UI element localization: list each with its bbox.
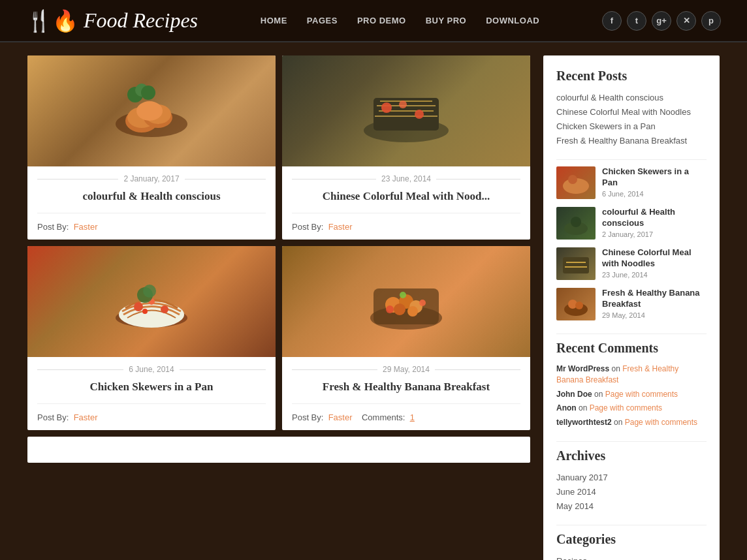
recent-post-title-1[interactable]: Chicken Skewers in a Pan xyxy=(602,166,707,189)
svg-rect-40 xyxy=(563,257,589,273)
post-card[interactable]: 2 January, 2017 colourful & Health consc… xyxy=(27,55,276,240)
comment-on-2: on xyxy=(594,390,605,399)
post-title-1[interactable]: colourful & Health conscious xyxy=(27,187,276,210)
recent-post-info-3: Chinese Colorful Meal with Noodles 23 Ju… xyxy=(602,247,707,279)
post-image-1 xyxy=(27,55,276,166)
recent-post-info-2: colourful & Health conscious 2 January, … xyxy=(602,207,707,238)
post-image-2 xyxy=(282,55,530,166)
pinterest-icon[interactable]: p xyxy=(701,11,721,31)
post-divider-3 xyxy=(37,403,266,404)
svg-point-31 xyxy=(394,303,405,315)
svg-point-16 xyxy=(415,110,424,119)
recent-posts-title: Recent Posts xyxy=(556,69,707,84)
main-nav: HOME PAGES PRO DEMO BUY PRO DOWNLOAD xyxy=(261,16,539,25)
author-link-3[interactable]: Faster xyxy=(74,412,98,422)
comment-author-3: Anon xyxy=(556,403,577,412)
svg-point-25 xyxy=(143,285,156,298)
svg-point-34 xyxy=(419,300,426,306)
nav-download[interactable]: DOWNLOAD xyxy=(486,16,539,25)
post-author-3: Post By: Faster xyxy=(27,407,276,430)
list-item: Chicken Skewers in a Pan xyxy=(556,120,707,132)
archive-link-1[interactable]: January 2017 xyxy=(556,473,608,482)
author-link-2[interactable]: Faster xyxy=(328,222,353,232)
google-plus-icon[interactable]: g+ xyxy=(652,11,671,31)
logo-text: Food Recipes xyxy=(84,8,198,33)
facebook-icon[interactable]: f xyxy=(602,11,622,31)
post-title-2[interactable]: Chinese Colorful Meal with Nood... xyxy=(282,187,530,210)
rss-icon[interactable]: ✕ xyxy=(676,11,696,31)
post-author-2: Post By: Faster xyxy=(282,217,530,240)
comment-link-4[interactable]: Page with comments xyxy=(625,418,697,427)
sidebar-categories: Categories Recipes Uncategorized xyxy=(556,532,707,560)
recent-post-title-3[interactable]: Chinese Colorful Meal with Noodles xyxy=(602,247,707,270)
post-title-4[interactable]: Fresh & Healthy Banana Breakfast xyxy=(282,377,530,400)
comment-author-4: tellyworthtest2 xyxy=(556,418,612,427)
post-author-4: Post By: Faster Comments: 1 xyxy=(282,407,530,430)
recent-post-item-1: Chicken Skewers in a Pan 6 June, 2014 xyxy=(556,166,707,199)
post-card-3[interactable]: 6 June, 2014 Chicken Skewers in a Pan Po… xyxy=(27,246,276,430)
nav-buy-pro[interactable]: BUY PRO xyxy=(426,16,467,25)
post-date-2: 23 June, 2014 xyxy=(381,174,431,183)
author-link-1[interactable]: Faster xyxy=(74,222,98,232)
post-image-4 xyxy=(282,246,530,357)
twitter-icon[interactable]: t xyxy=(627,11,646,31)
logo-icon: 🍴🔥 xyxy=(26,8,78,33)
svg-point-15 xyxy=(381,102,392,113)
post-by-label-3: Post By: xyxy=(37,412,69,422)
meta-line-right-2 xyxy=(436,179,520,179)
recent-thumb-2 xyxy=(556,207,596,240)
recent-post-date-1: 6 June, 2014 xyxy=(602,190,707,198)
sidebar-divider-3 xyxy=(556,441,707,442)
comments-label-4: Comments: xyxy=(362,412,405,422)
social-icons-group: f t g+ ✕ p xyxy=(602,11,721,31)
author-link-4[interactable]: Faster xyxy=(328,412,353,422)
posts-grid: 2 January, 2017 colourful & Health consc… xyxy=(27,55,530,430)
meta-line-right-4 xyxy=(435,369,520,370)
recent-post-date-4: 29 May, 2014 xyxy=(602,311,707,319)
nav-pages[interactable]: PAGES xyxy=(307,16,338,25)
comments-count-4[interactable]: 1 xyxy=(410,412,415,422)
post-by-label-4: Post By: xyxy=(292,412,323,422)
post-card-4[interactable]: 29 May, 2014 Fresh & Healthy Banana Brea… xyxy=(282,246,530,430)
site-logo[interactable]: 🍴🔥 Food Recipes xyxy=(26,8,198,33)
recent-post-item-4: Fresh & Healthy Banana Breakfast 29 May,… xyxy=(556,288,707,320)
recent-post-title-2[interactable]: colourful & Health conscious xyxy=(602,207,707,229)
comment-on-1: on xyxy=(611,364,622,373)
comment-link-2[interactable]: Page with comments xyxy=(605,390,678,399)
recent-link-4[interactable]: Fresh & Healthy Banana Breakfast xyxy=(556,136,687,146)
post-image-3 xyxy=(27,246,276,357)
recent-link-1[interactable]: colourful & Health conscious xyxy=(556,93,663,102)
recent-post-items: Chicken Skewers in a Pan 6 June, 2014 co… xyxy=(556,166,707,320)
meta-line-right xyxy=(185,179,266,179)
svg-point-23 xyxy=(142,309,148,314)
nav-pro-demo[interactable]: PRO DEMO xyxy=(357,16,406,25)
list-item: June 2014 xyxy=(556,486,707,497)
post-title-3[interactable]: Chicken Skewers in a Pan xyxy=(27,377,276,400)
recent-post-date-3: 23 June, 2014 xyxy=(602,271,707,279)
archive-link-2[interactable]: June 2014 xyxy=(556,487,596,497)
nav-home[interactable]: HOME xyxy=(261,16,287,25)
meta-line-left xyxy=(37,179,118,179)
comment-link-3[interactable]: Page with comments xyxy=(590,403,662,412)
meta-line-left-2 xyxy=(292,179,376,179)
svg-point-33 xyxy=(386,305,394,313)
post-meta-3: 6 June, 2014 xyxy=(27,357,276,377)
recent-post-title-4[interactable]: Fresh & Healthy Banana Breakfast xyxy=(602,288,707,310)
comment-author-1: Mr WordPress xyxy=(556,364,609,373)
recent-link-3[interactable]: Chicken Skewers in a Pan xyxy=(556,121,656,131)
category-list: Recipes Uncategorized xyxy=(556,555,707,560)
post-card-2[interactable]: 23 June, 2014 Chinese Colorful Meal with… xyxy=(282,55,530,240)
sidebar-divider-1 xyxy=(556,159,707,160)
post-meta-4: 29 May, 2014 xyxy=(282,357,530,377)
post-meta-1: 2 January, 2017 xyxy=(27,166,276,187)
recent-link-2[interactable]: Chinese Colorful Meal with Noodles xyxy=(556,107,691,117)
post-date-1: 2 January, 2017 xyxy=(123,174,179,183)
archive-link-3[interactable]: May 2014 xyxy=(556,501,594,511)
sidebar-recent-comments: Recent Comments Mr WordPress on Fresh & … xyxy=(556,341,707,428)
sidebar-recent-posts: Recent Posts colourful & Health consciou… xyxy=(556,69,707,146)
category-link-1[interactable]: Recipes xyxy=(556,556,587,560)
recent-post-info-4: Fresh & Healthy Banana Breakfast 29 May,… xyxy=(602,288,707,319)
list-item: Chinese Colorful Meal with Noodles xyxy=(556,106,707,117)
post-divider-2 xyxy=(292,213,520,213)
comment-on-4: on xyxy=(614,418,625,427)
